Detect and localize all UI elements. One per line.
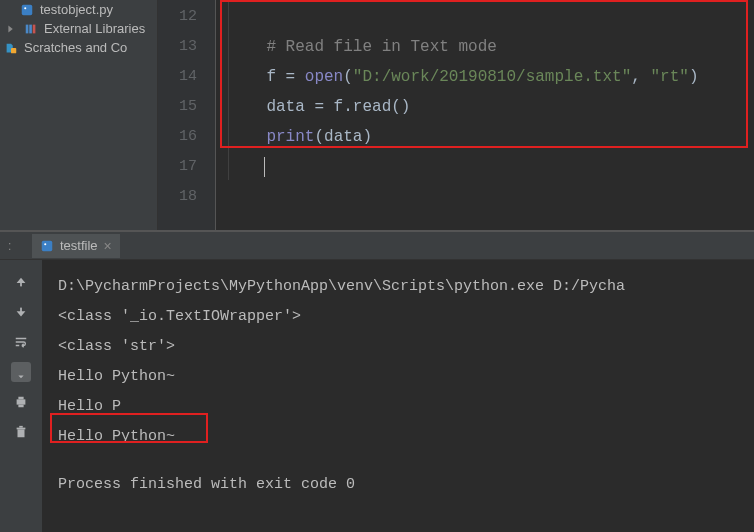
console-line: Hello Python~ bbox=[58, 422, 738, 452]
svg-rect-5 bbox=[11, 48, 16, 53]
code-token: open bbox=[305, 68, 343, 86]
code-token: ( bbox=[343, 68, 353, 86]
line-number: 14 bbox=[158, 62, 215, 92]
svg-rect-10 bbox=[17, 399, 26, 404]
svg-point-1 bbox=[24, 7, 26, 9]
code-line-17 bbox=[228, 152, 754, 182]
scratches-icon bbox=[4, 41, 18, 55]
chevron-right-icon bbox=[4, 22, 18, 36]
line-number: 17 bbox=[158, 152, 215, 182]
python-file-icon bbox=[40, 239, 54, 253]
svg-rect-4 bbox=[33, 24, 36, 33]
console-line: Hello Python~ bbox=[58, 362, 738, 392]
code-token: f = bbox=[266, 68, 304, 86]
console-tab-label: testfile bbox=[60, 238, 98, 253]
console-tab-testfile[interactable]: testfile × bbox=[32, 234, 120, 258]
svg-rect-2 bbox=[26, 24, 29, 33]
trash-icon bbox=[14, 425, 28, 439]
code-token: (data) bbox=[314, 128, 372, 146]
indent-guide bbox=[228, 0, 229, 180]
scroll-to-end-button[interactable] bbox=[11, 362, 31, 382]
code-editor[interactable]: # Read file in Text mode f = open("D:/wo… bbox=[216, 0, 754, 230]
library-icon bbox=[24, 22, 38, 36]
console-line: Process finished with exit code 0 bbox=[58, 470, 738, 500]
code-line-13: # Read file in Text mode bbox=[228, 32, 754, 62]
svg-rect-3 bbox=[29, 24, 32, 33]
svg-rect-15 bbox=[19, 426, 23, 428]
code-line-14: f = open("D:/work/20190810/sample.txt", … bbox=[228, 62, 754, 92]
code-line-15: data = f.read() bbox=[228, 92, 754, 122]
svg-rect-14 bbox=[17, 428, 26, 430]
console-tab-bar: : testfile × bbox=[0, 232, 754, 260]
console-line: <class 'str'> bbox=[58, 332, 738, 362]
console-spacer bbox=[58, 452, 738, 470]
arrow-down-button[interactable] bbox=[11, 302, 31, 322]
close-icon[interactable]: × bbox=[104, 238, 112, 254]
line-gutter: 12 13 14 15 16 17 18 bbox=[158, 0, 216, 230]
line-number: 13 bbox=[158, 32, 215, 62]
wrap-icon bbox=[14, 335, 28, 349]
code-token: data = f.read() bbox=[266, 98, 410, 116]
code-line-16: print(data) bbox=[228, 122, 754, 152]
console-output[interactable]: D:\PycharmProjects\MyPythonApp\venv\Scri… bbox=[42, 260, 754, 532]
code-token: print bbox=[266, 128, 314, 146]
sidebar-item-file[interactable]: testobject.py bbox=[0, 0, 157, 19]
console-line: <class '_io.TextIOWrapper'> bbox=[58, 302, 738, 332]
project-sidebar: testobject.py External Libraries Scratch… bbox=[0, 0, 158, 230]
console-line: Hello P bbox=[58, 392, 738, 422]
sidebar-item-scratches[interactable]: Scratches and Co bbox=[0, 38, 157, 57]
console-line: D:\PycharmProjects\MyPythonApp\venv\Scri… bbox=[58, 272, 738, 302]
sidebar-item-label: testobject.py bbox=[40, 2, 113, 17]
svg-point-7 bbox=[44, 243, 46, 245]
code-token: "rt" bbox=[650, 68, 688, 86]
console-toolbar bbox=[0, 260, 42, 532]
svg-rect-0 bbox=[22, 4, 33, 15]
line-number: 18 bbox=[158, 182, 215, 212]
svg-rect-8 bbox=[20, 282, 22, 286]
print-button[interactable] bbox=[11, 392, 31, 412]
scroll-end-icon bbox=[14, 365, 28, 379]
arrow-down-icon bbox=[14, 305, 28, 319]
editor-area: testobject.py External Libraries Scratch… bbox=[0, 0, 754, 230]
code-comment: # Read file in Text mode bbox=[266, 38, 496, 56]
console-area: D:\PycharmProjects\MyPythonApp\venv\Scri… bbox=[0, 260, 754, 532]
svg-rect-12 bbox=[18, 405, 23, 408]
svg-rect-9 bbox=[20, 308, 22, 312]
code-token: "D:/work/20190810/sample.txt" bbox=[353, 68, 631, 86]
svg-rect-6 bbox=[42, 240, 53, 251]
svg-rect-13 bbox=[18, 429, 25, 437]
line-number: 16 bbox=[158, 122, 215, 152]
svg-rect-11 bbox=[18, 397, 23, 400]
caret bbox=[264, 157, 265, 177]
line-number: 12 bbox=[158, 2, 215, 32]
print-icon bbox=[14, 395, 28, 409]
arrow-up-button[interactable] bbox=[11, 272, 31, 292]
sidebar-item-ext-libs[interactable]: External Libraries bbox=[0, 19, 157, 38]
delete-button[interactable] bbox=[11, 422, 31, 442]
code-line-18 bbox=[228, 182, 754, 212]
arrow-up-icon bbox=[14, 275, 28, 289]
code-line-12 bbox=[228, 2, 754, 32]
code-token: , bbox=[631, 68, 650, 86]
sidebar-item-label: Scratches and Co bbox=[24, 40, 127, 55]
soft-wrap-button[interactable] bbox=[11, 332, 31, 352]
sidebar-item-label: External Libraries bbox=[44, 21, 145, 36]
code-token: ) bbox=[689, 68, 699, 86]
line-number: 15 bbox=[158, 92, 215, 122]
python-file-icon bbox=[20, 3, 34, 17]
run-label: : bbox=[8, 239, 32, 253]
